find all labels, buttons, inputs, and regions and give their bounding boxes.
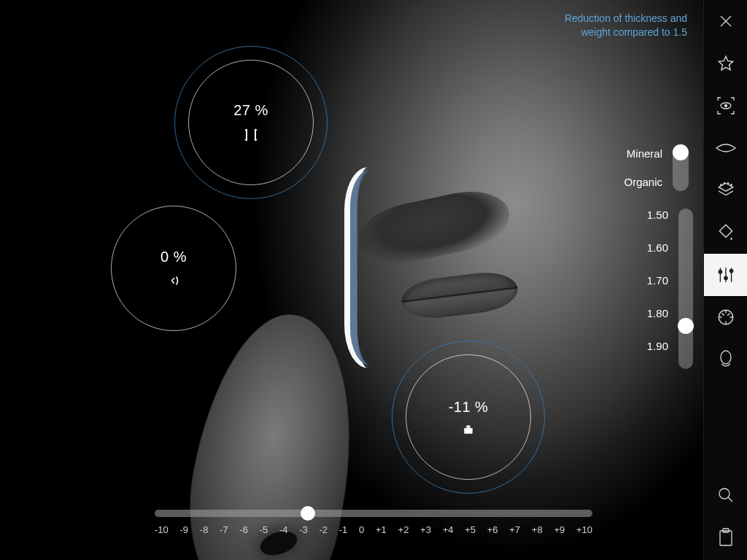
material-knob[interactable]	[673, 144, 689, 160]
diopter-tick: +1	[376, 524, 387, 535]
index-option[interactable]: 1.60	[647, 241, 668, 254]
star-icon[interactable]	[704, 42, 748, 85]
index-option[interactable]: 1.90	[647, 340, 668, 352]
drop-icon[interactable]	[704, 211, 748, 254]
material-toggle[interactable]: Mineral Organic	[624, 144, 693, 191]
weight-icon	[462, 423, 475, 436]
target-icon[interactable]	[704, 296, 748, 338]
weight-value: -11 %	[449, 399, 489, 416]
diopter-tick: +5	[465, 524, 476, 535]
clipboard-icon[interactable]	[704, 516, 748, 559]
index-labels: 1.50 1.60 1.70 1.80 1.90	[647, 209, 668, 369]
layers-icon[interactable]	[704, 169, 748, 211]
diopter-tick: -5	[260, 524, 268, 535]
diopter-tick: -9	[180, 524, 189, 535]
diopter-slider[interactable]: -10-9-8-7-6-5-4-3-2-10+1+2+3+4+5+6+7+8+9…	[155, 510, 592, 535]
svg-point-3	[724, 105, 727, 107]
thickness-value: 27 %	[233, 102, 268, 119]
index-option[interactable]: 1.50	[647, 209, 668, 221]
right-toolbar	[703, 0, 747, 560]
diopter-tick: -8	[200, 524, 209, 535]
lens-cross-section	[337, 169, 391, 366]
lens-icon[interactable]	[704, 127, 748, 169]
eye-focus-icon[interactable]	[704, 85, 748, 127]
diopter-tick: -10	[155, 524, 169, 535]
svg-rect-1	[467, 425, 471, 427]
svg-point-10	[729, 269, 732, 272]
material-option-organic[interactable]: Organic	[624, 176, 662, 188]
distortion-icon	[166, 273, 182, 289]
index-track[interactable]	[678, 209, 693, 369]
close-icon[interactable]	[704, 0, 748, 42]
caption-line1: Reduction of thickness and	[565, 12, 687, 26]
head-icon[interactable]	[704, 338, 748, 381]
svg-point-7	[730, 184, 731, 185]
thickness-icon	[242, 126, 260, 144]
material-option-mineral[interactable]: Mineral	[624, 147, 662, 160]
material-track[interactable]	[673, 144, 689, 191]
distortion-value: 0 %	[160, 249, 187, 265]
diopter-tick: +2	[398, 524, 409, 535]
diopter-tick: +8	[532, 524, 543, 535]
diopter-tick: +10	[576, 524, 592, 535]
sliders-icon[interactable]	[704, 254, 748, 296]
search-icon[interactable]	[704, 474, 748, 516]
diopter-tick: +4	[443, 524, 454, 535]
svg-point-13	[719, 489, 729, 499]
diopter-tick: +6	[487, 524, 498, 535]
diopter-track[interactable]	[155, 510, 592, 517]
caption-line2: weight compared to 1.5	[565, 26, 687, 39]
diopter-knob[interactable]	[301, 506, 315, 521]
diopter-tick: -3	[299, 524, 308, 535]
diopter-tick: -6	[239, 524, 248, 535]
thickness-gauge[interactable]: 27 %	[188, 60, 314, 185]
svg-point-12	[721, 351, 731, 364]
svg-point-8	[719, 271, 721, 273]
index-slider[interactable]: 1.50 1.60 1.70 1.80 1.90	[647, 209, 693, 369]
diopter-tick: +3	[420, 524, 431, 535]
index-knob[interactable]	[678, 318, 694, 334]
diopter-tick: -1	[339, 524, 348, 535]
weight-gauge[interactable]: -11 %	[406, 354, 531, 480]
svg-point-6	[727, 183, 728, 184]
diopter-tick: +7	[509, 524, 520, 535]
diopter-tick: -2	[319, 524, 328, 535]
distortion-gauge[interactable]: 0 %	[111, 206, 236, 331]
svg-point-4	[720, 184, 721, 185]
svg-rect-0	[465, 428, 473, 433]
index-option[interactable]: 1.70	[647, 274, 668, 287]
diopter-tick: +9	[554, 524, 565, 535]
diopter-tick: 0	[359, 524, 364, 535]
header-caption: Reduction of thickness and weight compar…	[565, 12, 687, 39]
index-option[interactable]: 1.80	[647, 307, 668, 319]
svg-rect-14	[720, 531, 732, 545]
svg-point-9	[724, 276, 727, 279]
svg-point-5	[724, 183, 724, 184]
diopter-tick: -4	[279, 524, 288, 535]
diopter-scale: -10-9-8-7-6-5-4-3-2-10+1+2+3+4+5+6+7+8+9…	[155, 524, 592, 535]
diopter-tick: -7	[220, 524, 228, 535]
